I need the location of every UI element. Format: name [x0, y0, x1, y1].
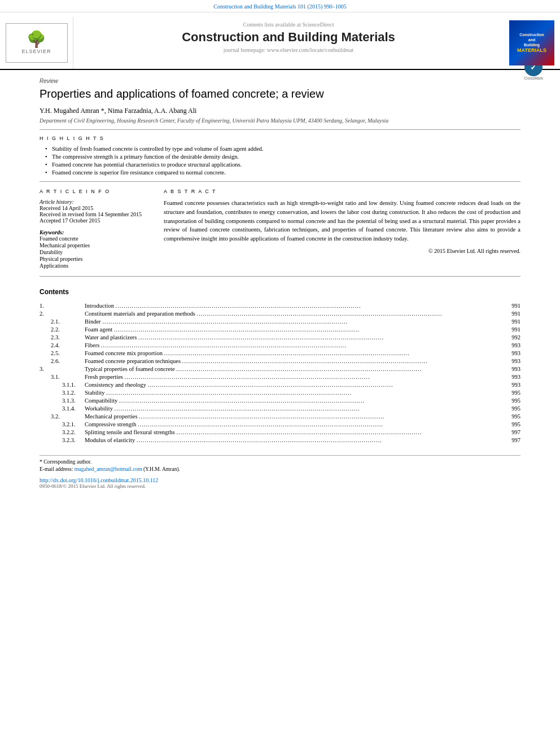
toc-page: 991 [509, 303, 520, 309]
crossmark-label: CrossMark [524, 76, 543, 80]
toc-page: 995 [509, 390, 520, 396]
sciencedirect-info: Contents lists available at ScienceDirec… [85, 21, 492, 28]
footer-section: * Corresponding author. E-mail address: … [40, 455, 520, 489]
toc-page: 995 [509, 413, 520, 420]
toc-label: Compressive strength [85, 421, 138, 427]
page: Construction and Building Materials 101 … [0, 0, 560, 747]
toc-entry-cell: Foam agent .............................… [85, 325, 520, 333]
toc-entry-cell: Typical properties of foamed concrete ..… [85, 365, 520, 373]
affiliation: Department of Civil Engineering, Housing… [40, 117, 520, 124]
toc-row: 2.1. Binder ............................… [40, 317, 520, 325]
section-label: Review [40, 78, 520, 84]
toc-row: 2.3. Water and plasticizers ............… [40, 333, 520, 341]
toc-page: 993 [509, 342, 520, 348]
toc-label: Constituent materials and preparation me… [85, 311, 197, 317]
toc-dots: ........................................… [138, 421, 509, 427]
toc-entry-cell: Compressive strength ...................… [85, 420, 520, 428]
article-info-title: A R T I C L E I N F O [40, 189, 152, 194]
toc-number: 3.2.3. [40, 436, 85, 444]
toc-number: 3.1. [40, 373, 85, 381]
toc-page: 995 [509, 397, 520, 404]
divider-3 [40, 276, 520, 277]
toc-label: Compatibility [85, 397, 119, 404]
copyright-notice: © 2015 Elsevier Ltd. All rights reserved… [164, 248, 520, 254]
toc-row: 3.2.2. Splitting tensile and flexural st… [40, 428, 520, 436]
toc-row: 3.2.1. Compressive strength ............… [40, 420, 520, 428]
keywords-list: Foamed concrete Mechanical properties Du… [40, 235, 152, 269]
toc-label: Stability [85, 390, 106, 396]
toc-label: Binder [85, 318, 102, 325]
toc-entry-cell: Workability ............................… [85, 404, 520, 412]
keywords-section: Keywords: Foamed concrete Mechanical pro… [40, 229, 152, 269]
toc-row: 2.2. Foam agent ........................… [40, 325, 520, 333]
toc-table: 1. Introduction ........................… [40, 302, 520, 444]
toc-dots: ........................................… [164, 350, 510, 356]
toc-number: 3.1.2. [40, 388, 85, 396]
toc-page: 993 [509, 358, 520, 364]
email-suffix: (Y.H.M. Amran). [143, 466, 180, 472]
elsevier-tree-icon: 🌳 [27, 32, 46, 47]
toc-number: 2.6. [40, 357, 85, 365]
toc-number: 3. [40, 365, 85, 373]
badge-line4: MATERIALS [517, 47, 546, 54]
badge-line3: Building [524, 42, 540, 47]
revised-date: Received in revised form 14 September 20… [40, 211, 152, 217]
highlights-section: H I G H L I G H T S Stability of fresh f… [40, 136, 520, 176]
toc-number: 1. [40, 302, 85, 309]
email-note: E-mail address: mugahed_amran@hotmail.co… [40, 466, 520, 472]
contents-title: Contents [40, 288, 520, 296]
toc-number: 2.3. [40, 333, 85, 341]
doi-link[interactable]: http://dx.doi.org/10.1016/j.conbuildmat.… [40, 477, 158, 483]
highlight-item: Foamed concrete has potential characteri… [45, 161, 520, 168]
abstract-title: A B S T R A C T [164, 189, 520, 194]
toc-entry-cell: Foamed concrete preparation techniques .… [85, 357, 520, 365]
toc-number: 3.1.1. [40, 381, 85, 388]
keywords-label: Keywords: [40, 229, 152, 235]
toc-label: Foamed concrete mix proportion [85, 350, 164, 356]
toc-row: 3.2. Mechanical properties .............… [40, 412, 520, 420]
elsevier-logo-section: 🌳 ELSEVIER [0, 17, 73, 69]
toc-entry-cell: Compatibility ..........................… [85, 396, 520, 404]
toc-row: 3.1.4. Workability .....................… [40, 404, 520, 412]
accepted-date: Accepted 17 October 2015 [40, 217, 152, 224]
doi-text: Construction and Building Materials 101 … [213, 3, 347, 10]
issn-text: 0950-0618/© 2015 Elsevier Ltd. All right… [40, 483, 520, 489]
toc-dots: ........................................… [137, 437, 509, 443]
toc-dots: ........................................… [101, 342, 509, 348]
keyword-item: Durability [40, 249, 152, 255]
article-info-abstract: A R T I C L E I N F O Article history: R… [40, 189, 520, 269]
toc-entry-cell: Stability ..............................… [85, 388, 520, 396]
toc-number: 3.2.2. [40, 428, 85, 436]
toc-dots: ........................................… [106, 390, 509, 396]
toc-row: 3.1. Fresh properties ..................… [40, 373, 520, 381]
highlights-title: H I G H L I G H T S [40, 136, 520, 141]
toc-row: 2.4. Fibers ............................… [40, 341, 520, 349]
toc-page: 995 [509, 405, 520, 412]
toc-dots: ........................................… [139, 413, 509, 420]
toc-label: Water and plasticizers [85, 334, 138, 340]
toc-page: 993 [509, 374, 520, 380]
toc-number: 2.5. [40, 349, 85, 357]
toc-entry-cell: Foamed concrete mix proportion .........… [85, 349, 520, 357]
abstract-column: A B S T R A C T Foamed concrete possesse… [164, 189, 520, 269]
elsevier-wordmark: ELSEVIER [21, 49, 51, 54]
contents-section: Contents 1. Introduction ...............… [40, 288, 520, 444]
journal-title-section: Contents lists available at ScienceDirec… [73, 17, 504, 69]
highlight-item: Foamed concrete is superior fire resista… [45, 169, 520, 176]
toc-page: 991 [509, 311, 520, 317]
toc-page: 992 [509, 334, 520, 340]
toc-row: 2. Constituent materials and preparation… [40, 309, 520, 317]
toc-label: Mechanical properties [85, 413, 139, 420]
article-history: Article history: Received 14 April 2015 … [40, 199, 152, 224]
toc-dots: ........................................… [197, 311, 510, 317]
email-link[interactable]: mugahed_amran@hotmail.com [75, 466, 142, 472]
highlights-list: Stability of fresh foamed concrete is co… [40, 146, 520, 176]
keyword-item: Applications [40, 263, 152, 269]
toc-label: Foam agent [85, 326, 114, 333]
toc-number: 3.2.1. [40, 420, 85, 428]
paper-title: Properties and applications of foamed co… [40, 86, 520, 101]
toc-dots: ........................................… [176, 429, 509, 435]
badge-line2: and [528, 37, 535, 42]
toc-entry-cell: Fresh properties .......................… [85, 373, 520, 381]
toc-dots: ........................................… [115, 405, 510, 412]
